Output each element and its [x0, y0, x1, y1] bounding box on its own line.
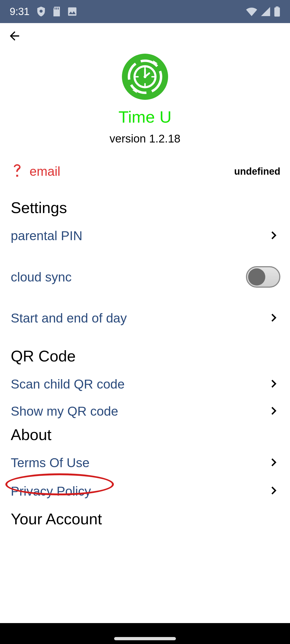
row-label: Scan child QR code [11, 377, 125, 391]
question-mark-icon [12, 164, 23, 179]
chevron-right-icon [269, 312, 280, 325]
row-cloud-sync[interactable]: cloud sync [0, 252, 290, 302]
app-header: Time U version 1.2.18 [0, 50, 290, 157]
row-show-my-qr[interactable]: Show my QR code [0, 400, 290, 421]
row-label: Show my QR code [11, 404, 118, 419]
svg-rect-1 [55, 8, 55, 10]
email-row[interactable]: email undefined [0, 157, 290, 186]
app-name: Time U [118, 107, 171, 126]
signal-icon [261, 7, 270, 16]
row-label: Start and end of day [11, 311, 127, 325]
row-privacy[interactable]: Privacy Policy [0, 479, 290, 508]
sd-card-icon [53, 7, 61, 16]
section-title-your-account: Your Account [0, 508, 290, 531]
chevron-right-icon [269, 456, 280, 469]
battery-icon [274, 6, 280, 17]
shield-icon [37, 6, 46, 17]
row-parental-pin[interactable]: parental PIN [0, 220, 290, 252]
row-terms[interactable]: Terms Of Use [0, 447, 290, 479]
status-right [246, 6, 280, 17]
chevron-right-icon [269, 229, 280, 242]
row-label: cloud sync [11, 270, 72, 284]
email-label: email [30, 164, 60, 179]
back-button[interactable] [4, 26, 25, 47]
screen: Time U version 1.2.18 email undefined Se… [0, 23, 290, 644]
screen-content: Time U version 1.2.18 email undefined Se… [0, 23, 290, 623]
row-start-end-day[interactable]: Start and end of day [0, 302, 290, 334]
email-value: undefined [234, 166, 280, 177]
app-version: version 1.2.18 [110, 132, 180, 145]
row-label: Terms Of Use [11, 455, 89, 470]
svg-rect-2 [56, 8, 57, 10]
row-scan-child-qr[interactable]: Scan child QR code [0, 368, 290, 400]
app-bar [0, 23, 290, 50]
cloud-sync-toggle[interactable] [246, 266, 280, 288]
svg-rect-3 [58, 8, 59, 10]
status-left: 9:31 [10, 6, 77, 17]
svg-point-0 [39, 10, 42, 13]
svg-point-17 [144, 75, 146, 78]
row-label: Privacy Policy [11, 484, 91, 499]
section-title-qr: QR Code [0, 334, 290, 368]
nav-handle[interactable] [114, 637, 176, 640]
wifi-icon [246, 7, 257, 16]
section-title-settings: Settings [0, 186, 290, 220]
row-label: parental PIN [11, 228, 82, 243]
clock-icon [128, 59, 162, 94]
svg-rect-6 [274, 8, 280, 17]
section-title-about: About [0, 421, 290, 447]
chevron-right-icon [269, 485, 280, 497]
image-icon [68, 7, 77, 16]
bottom-black [0, 623, 290, 644]
chevron-right-icon [269, 378, 280, 391]
svg-rect-4 [68, 7, 76, 16]
chevron-right-icon [269, 405, 280, 418]
arrow-left-icon [8, 29, 21, 44]
status-clock: 9:31 [10, 6, 30, 17]
app-logo [122, 54, 168, 100]
svg-rect-5 [276, 6, 278, 7]
status-bar: 9:31 [0, 0, 290, 23]
toggle-knob [248, 268, 265, 286]
